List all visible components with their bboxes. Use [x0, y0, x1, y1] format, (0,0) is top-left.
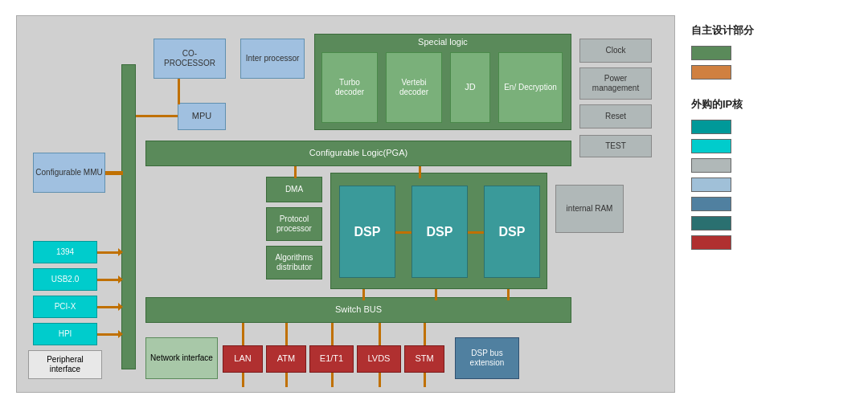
special-logic-container: Special logic Turbo decoder Vertebi deco…	[314, 34, 571, 130]
special-logic-label: Special logic	[315, 35, 571, 49]
vertical-bus	[121, 64, 136, 369]
legend-color-cyan-light	[691, 139, 731, 153]
inter-processor: Inter processor	[240, 39, 305, 79]
stm: STM	[404, 345, 444, 373]
dsp3: DSP	[484, 186, 540, 278]
legend-section2-title: 外购的IP核	[691, 97, 820, 112]
dsp-cluster: DSP DSP DSP	[330, 173, 547, 289]
arrow-down-atm	[285, 373, 288, 387]
configurable-logic: Configurable Logic(PGA)	[145, 141, 571, 166]
protocol-processor: Protocol processor	[266, 207, 322, 241]
en-decryption: En/ Decryption	[498, 52, 563, 123]
e1t1: E1/T1	[309, 345, 354, 373]
arrow-down-lan	[242, 373, 244, 387]
arrow-cfg-dsp	[419, 166, 421, 178]
legend-steel-blue	[691, 197, 820, 211]
arrow-mmu-bus-ext	[105, 173, 123, 175]
arrow-bus-mpu	[136, 115, 178, 117]
algorithms-distributor: Algorithms distributor	[266, 246, 322, 279]
iface-hpi: HPI	[33, 323, 97, 345]
coprocessor: CO- PROCESSOR	[154, 39, 226, 79]
legend-orange	[691, 65, 820, 80]
dsp2: DSP	[411, 186, 468, 278]
reset: Reset	[579, 104, 652, 129]
arrow-down-lvds	[379, 373, 381, 387]
legend-cyan-dark	[691, 120, 820, 134]
arrow-dsp12	[395, 231, 411, 234]
configurable-mmu: Configurable MMU	[33, 153, 105, 193]
legend-teal	[691, 216, 820, 231]
mpu: MPU	[178, 103, 226, 130]
clock: Clock	[579, 39, 652, 63]
atm: ATM	[266, 345, 306, 373]
legend: 自主设计部分 外购的IP核	[683, 15, 828, 258]
arrow-swbus-lvds	[379, 323, 381, 345]
legend-section1-title: 自主设计部分	[691, 23, 820, 38]
switch-bus: Switch BUS	[145, 297, 571, 323]
legend-color-orange	[691, 65, 731, 80]
arrow-down-stm	[424, 373, 426, 387]
legend-color-cyan-dark	[691, 120, 731, 134]
iface-1394: 1394	[33, 241, 97, 263]
arrow-dsp3-bus	[507, 289, 510, 300]
dma: DMA	[266, 177, 322, 202]
arrow-bus-coprocessor	[178, 79, 180, 104]
dsp-bus-extension: DSP bus extension	[455, 337, 519, 379]
jd: JD	[450, 52, 490, 123]
arrowhead-1394	[118, 248, 123, 256]
legend-color-steel-blue	[691, 197, 731, 211]
legend-color-teal	[691, 216, 731, 231]
legend-cyan-light	[691, 139, 820, 153]
arrow-swbus-atm	[285, 323, 288, 345]
legend-gray	[691, 158, 820, 173]
legend-red-brown	[691, 235, 820, 250]
legend-color-gray	[691, 158, 731, 173]
legend-green	[691, 46, 820, 60]
lvds: LVDS	[357, 345, 401, 373]
arrow-swbus-lan	[242, 323, 244, 345]
arrow-down-e1t1	[331, 373, 334, 387]
network-interface: Network interface	[145, 337, 218, 379]
lan: LAN	[223, 345, 263, 373]
iface-pcix: PCI-X	[33, 296, 97, 318]
viterbi-decoder: Vertebi decoder	[386, 52, 442, 123]
turbo-decoder: Turbo decoder	[321, 52, 378, 123]
main-container: Configurable MMU 1394 USB2.0 PCI-X HPI P…	[8, 7, 860, 401]
arrowhead-pcix	[118, 303, 123, 311]
arrow-dsp2-bus	[435, 289, 437, 300]
internal-ram: internal RAM	[555, 185, 624, 233]
arrow-swbus-e1t1	[331, 323, 334, 345]
peripheral-interface: Peripheral interface	[28, 350, 102, 379]
arrow-dsp23	[468, 231, 484, 234]
test: TEST	[579, 135, 652, 157]
arrow-dsp1-bus	[362, 289, 365, 300]
legend-light-blue	[691, 177, 820, 192]
arrowhead-hpi	[118, 330, 123, 338]
power-management: Power management	[579, 67, 652, 100]
arrow-swbus-stm	[424, 323, 426, 345]
arrow-cfg-dma	[294, 166, 297, 178]
iface-usb2: USB2.0	[33, 268, 97, 291]
arrowhead-usb2	[118, 275, 123, 284]
legend-color-green	[691, 46, 731, 60]
legend-color-red-brown	[691, 235, 731, 250]
dsp1: DSP	[339, 186, 395, 278]
diagram: Configurable MMU 1394 USB2.0 PCI-X HPI P…	[16, 15, 675, 393]
legend-color-light-blue	[691, 177, 731, 192]
